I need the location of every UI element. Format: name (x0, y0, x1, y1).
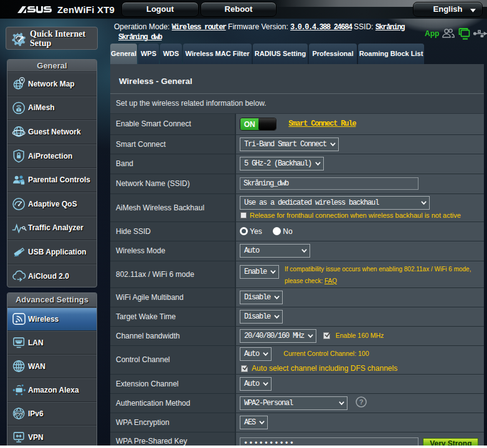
svg-text:?: ? (359, 398, 364, 406)
svg-text:IPV6: IPV6 (15, 412, 24, 416)
